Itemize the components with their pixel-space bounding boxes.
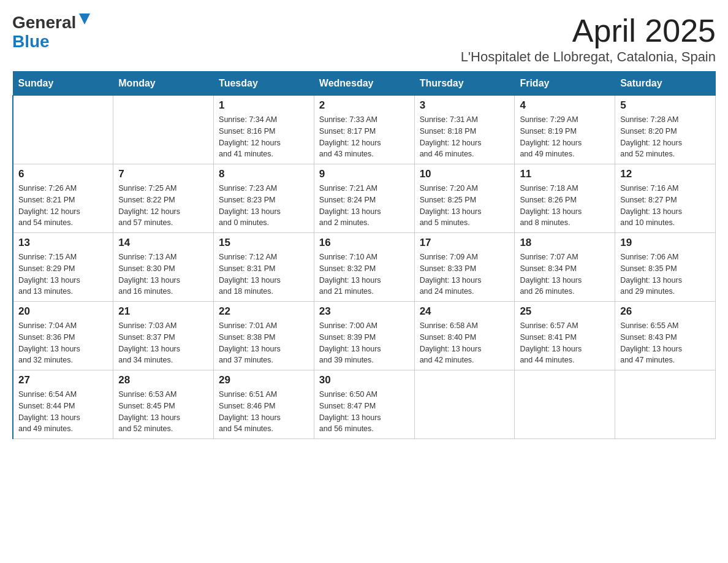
week-row-5: 27Sunrise: 6:54 AM Sunset: 8:44 PM Dayli… [13, 370, 716, 439]
day-number: 16 [319, 237, 409, 249]
day-info: Sunrise: 7:13 AM Sunset: 8:30 PM Dayligh… [118, 251, 208, 297]
calendar-cell: 15Sunrise: 7:12 AM Sunset: 8:31 PM Dayli… [214, 233, 314, 302]
calendar-cell: 25Sunrise: 6:57 AM Sunset: 8:41 PM Dayli… [515, 302, 615, 370]
day-number: 29 [219, 374, 309, 386]
calendar-cell: 30Sunrise: 6:50 AM Sunset: 8:47 PM Dayli… [314, 370, 414, 439]
day-info: Sunrise: 7:01 AM Sunset: 8:38 PM Dayligh… [219, 320, 309, 366]
day-info: Sunrise: 6:58 AM Sunset: 8:40 PM Dayligh… [420, 320, 510, 366]
calendar-cell: 3Sunrise: 7:31 AM Sunset: 8:18 PM Daylig… [414, 96, 515, 164]
calendar-cell [13, 96, 113, 164]
calendar-cell: 1Sunrise: 7:34 AM Sunset: 8:16 PM Daylig… [214, 96, 314, 164]
weekday-header-sunday: Sunday [13, 72, 113, 96]
day-number: 14 [118, 237, 208, 249]
calendar-cell: 12Sunrise: 7:16 AM Sunset: 8:27 PM Dayli… [615, 164, 716, 233]
calendar-cell: 8Sunrise: 7:23 AM Sunset: 8:23 PM Daylig… [214, 164, 314, 233]
day-number: 18 [520, 237, 610, 249]
calendar-cell: 22Sunrise: 7:01 AM Sunset: 8:38 PM Dayli… [214, 302, 314, 370]
calendar-cell: 27Sunrise: 6:54 AM Sunset: 8:44 PM Dayli… [13, 370, 113, 439]
day-number: 25 [520, 305, 610, 318]
weekday-header-friday: Friday [515, 72, 615, 96]
page-title: April 2025 [461, 12, 716, 49]
day-info: Sunrise: 7:09 AM Sunset: 8:33 PM Dayligh… [420, 251, 510, 297]
day-info: Sunrise: 6:51 AM Sunset: 8:46 PM Dayligh… [219, 389, 309, 435]
day-info: Sunrise: 7:18 AM Sunset: 8:26 PM Dayligh… [520, 183, 610, 229]
logo-arrow-icon [78, 12, 91, 26]
day-info: Sunrise: 7:15 AM Sunset: 8:29 PM Dayligh… [18, 251, 108, 297]
day-number: 8 [219, 168, 309, 180]
calendar-cell: 23Sunrise: 7:00 AM Sunset: 8:39 PM Dayli… [314, 302, 414, 370]
calendar-header: SundayMondayTuesdayWednesdayThursdayFrid… [13, 72, 716, 96]
calendar-cell: 21Sunrise: 7:03 AM Sunset: 8:37 PM Dayli… [113, 302, 214, 370]
day-number: 26 [620, 305, 710, 318]
calendar-body: 1Sunrise: 7:34 AM Sunset: 8:16 PM Daylig… [13, 96, 716, 439]
day-number: 4 [520, 99, 610, 112]
page-header: General Blue April 2025 L'Hospitalet de … [12, 12, 716, 65]
calendar-cell: 7Sunrise: 7:25 AM Sunset: 8:22 PM Daylig… [113, 164, 214, 233]
week-row-4: 20Sunrise: 7:04 AM Sunset: 8:36 PM Dayli… [13, 302, 716, 370]
day-info: Sunrise: 7:25 AM Sunset: 8:22 PM Dayligh… [118, 183, 208, 229]
calendar-cell: 18Sunrise: 7:07 AM Sunset: 8:34 PM Dayli… [515, 233, 615, 302]
day-number: 27 [18, 374, 108, 386]
calendar-cell [515, 370, 615, 439]
day-info: Sunrise: 6:53 AM Sunset: 8:45 PM Dayligh… [118, 389, 208, 435]
calendar-cell: 29Sunrise: 6:51 AM Sunset: 8:46 PM Dayli… [214, 370, 314, 439]
week-row-2: 6Sunrise: 7:26 AM Sunset: 8:21 PM Daylig… [13, 164, 716, 233]
day-info: Sunrise: 7:06 AM Sunset: 8:35 PM Dayligh… [620, 251, 710, 297]
day-info: Sunrise: 7:12 AM Sunset: 8:31 PM Dayligh… [219, 251, 309, 297]
day-info: Sunrise: 7:10 AM Sunset: 8:32 PM Dayligh… [319, 251, 409, 297]
calendar-cell: 5Sunrise: 7:28 AM Sunset: 8:20 PM Daylig… [615, 96, 716, 164]
day-number: 30 [319, 374, 409, 386]
calendar-cell: 16Sunrise: 7:10 AM Sunset: 8:32 PM Dayli… [314, 233, 414, 302]
calendar-table: SundayMondayTuesdayWednesdayThursdayFrid… [12, 71, 716, 439]
day-number: 11 [520, 168, 610, 180]
day-number: 13 [18, 237, 108, 249]
day-number: 21 [118, 305, 208, 318]
day-info: Sunrise: 7:28 AM Sunset: 8:20 PM Dayligh… [620, 114, 710, 160]
day-info: Sunrise: 7:31 AM Sunset: 8:18 PM Dayligh… [420, 114, 510, 160]
day-info: Sunrise: 6:57 AM Sunset: 8:41 PM Dayligh… [520, 320, 610, 366]
day-info: Sunrise: 7:03 AM Sunset: 8:37 PM Dayligh… [118, 320, 208, 366]
day-info: Sunrise: 7:26 AM Sunset: 8:21 PM Dayligh… [18, 183, 108, 229]
day-number: 7 [118, 168, 208, 180]
day-info: Sunrise: 7:16 AM Sunset: 8:27 PM Dayligh… [620, 183, 710, 229]
calendar-cell: 19Sunrise: 7:06 AM Sunset: 8:35 PM Dayli… [615, 233, 716, 302]
calendar-cell: 17Sunrise: 7:09 AM Sunset: 8:33 PM Dayli… [414, 233, 515, 302]
calendar-cell: 26Sunrise: 6:55 AM Sunset: 8:43 PM Dayli… [615, 302, 716, 370]
day-info: Sunrise: 7:07 AM Sunset: 8:34 PM Dayligh… [520, 251, 610, 297]
weekday-header-monday: Monday [113, 72, 214, 96]
calendar-cell: 9Sunrise: 7:21 AM Sunset: 8:24 PM Daylig… [314, 164, 414, 233]
calendar-cell: 11Sunrise: 7:18 AM Sunset: 8:26 PM Dayli… [515, 164, 615, 233]
page-subtitle: L'Hospitalet de Llobregat, Catalonia, Sp… [461, 49, 716, 65]
day-number: 3 [420, 99, 510, 112]
day-info: Sunrise: 7:23 AM Sunset: 8:23 PM Dayligh… [219, 183, 309, 229]
day-info: Sunrise: 7:21 AM Sunset: 8:24 PM Dayligh… [319, 183, 409, 229]
calendar-cell: 10Sunrise: 7:20 AM Sunset: 8:25 PM Dayli… [414, 164, 515, 233]
day-info: Sunrise: 6:50 AM Sunset: 8:47 PM Dayligh… [319, 389, 409, 435]
day-info: Sunrise: 7:20 AM Sunset: 8:25 PM Dayligh… [420, 183, 510, 229]
svg-marker-0 [79, 13, 90, 25]
day-number: 24 [420, 305, 510, 318]
day-number: 17 [420, 237, 510, 249]
day-number: 20 [18, 305, 108, 318]
title-block: April 2025 L'Hospitalet de Llobregat, Ca… [461, 12, 716, 65]
day-number: 9 [319, 168, 409, 180]
calendar-cell [615, 370, 716, 439]
calendar-cell: 13Sunrise: 7:15 AM Sunset: 8:29 PM Dayli… [13, 233, 113, 302]
calendar-cell: 20Sunrise: 7:04 AM Sunset: 8:36 PM Dayli… [13, 302, 113, 370]
day-info: Sunrise: 6:55 AM Sunset: 8:43 PM Dayligh… [620, 320, 710, 366]
calendar-cell: 4Sunrise: 7:29 AM Sunset: 8:19 PM Daylig… [515, 96, 615, 164]
calendar-cell [414, 370, 515, 439]
day-number: 2 [319, 99, 409, 112]
day-number: 22 [219, 305, 309, 318]
day-info: Sunrise: 7:33 AM Sunset: 8:17 PM Dayligh… [319, 114, 409, 160]
calendar-cell: 6Sunrise: 7:26 AM Sunset: 8:21 PM Daylig… [13, 164, 113, 233]
day-number: 5 [620, 99, 710, 112]
day-number: 12 [620, 168, 710, 180]
day-number: 19 [620, 237, 710, 249]
calendar-cell [113, 96, 214, 164]
week-row-3: 13Sunrise: 7:15 AM Sunset: 8:29 PM Dayli… [13, 233, 716, 302]
day-number: 10 [420, 168, 510, 180]
day-number: 28 [118, 374, 208, 386]
weekday-header-thursday: Thursday [414, 72, 515, 96]
day-number: 6 [18, 168, 108, 180]
